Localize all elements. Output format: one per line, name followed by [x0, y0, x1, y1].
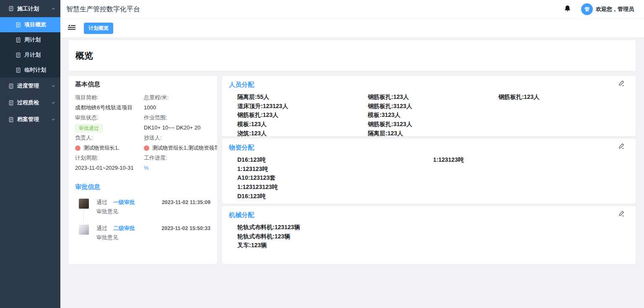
field-value-plan-period: 2023-11-01~2029-10-31	[75, 163, 144, 173]
approval-item: 通过 一级审批 2023-11-02 11:35:09 审批意见	[75, 199, 210, 215]
sidebar-submenu-construction-plan: 项目概览 周计划 月计划 临时计划	[0, 17, 60, 78]
approval-info-title: 审批信息	[75, 183, 210, 191]
sidebar-item-temporary-plan[interactable]: 临时计划	[0, 62, 60, 78]
basic-info-card: 基本信息 项目简称: 总里程/米: 成都地铁6号线轨道项目 1000 审批状态:…	[68, 76, 217, 264]
toolbar: 计划概览	[60, 19, 644, 37]
field-value-total-mileage: 1000	[144, 103, 210, 113]
personnel-allocation-title: 人员分配	[229, 81, 629, 89]
allocation-item: 1:123123吨	[237, 165, 433, 174]
field-value-project-name: 成都地铁6号线轨道项目	[75, 103, 144, 113]
page-title: 概览	[75, 50, 93, 62]
allocation-column-group: 轮轨式布料机:123123辆轮轨式布料机:123辆叉车:123辆	[237, 223, 629, 250]
person-dot-icon	[144, 145, 149, 151]
info-row: 2023-11-01~2029-10-31 %	[75, 163, 210, 173]
field-label-plan-period: 计划周期:	[75, 153, 144, 163]
materials-allocation-card: 物资分配 D16:123吨1:123123吨A10:123123套1:12312…	[222, 139, 636, 204]
approval-item: 通过 二级审批 2023-11-02 15:50:33 审批意见	[75, 225, 210, 241]
info-row: 测试物资组长1, 测试物资组长1,测试物资领导1,	[75, 143, 210, 153]
allocation-item: 叉车:123辆	[237, 241, 629, 250]
machinery-allocation-card: 机械分配 轮轨式布料机:123123辆轮轨式布料机:123辆叉车:123辆	[222, 206, 636, 264]
welcome-text: 欢迎您，管理员	[596, 5, 634, 13]
info-row: 计划周期: 工作进度:	[75, 153, 210, 163]
field-value-cc-person: 测试物资组长1,测试物资领导1,	[144, 143, 217, 153]
person-name: 测试物资组长1,	[83, 143, 119, 153]
allocation-item: 浇筑:123人	[237, 129, 368, 136]
allocation-item: 隔离层:123人	[368, 129, 498, 136]
progress-percent-link[interactable]: %	[144, 165, 149, 171]
machinery-allocation-title: 机械分配	[229, 211, 629, 219]
approval-row: 通过 一级审批 2023-11-02 11:35:09	[96, 199, 210, 206]
approval-status: 通过	[96, 225, 107, 232]
sidebar-item-project-overview[interactable]: 项目概览	[0, 17, 60, 32]
document-icon	[16, 67, 21, 73]
info-row: 审批通过 DK10+ 10~~ DK20+ 20	[75, 123, 210, 133]
sidebar-item-label: 施工计划	[17, 5, 39, 13]
approval-body: 通过 二级审批 2023-11-02 15:50:33 审批意见	[96, 225, 210, 241]
approval-timestamp: 2023-11-02 11:35:09	[162, 199, 210, 205]
approval-status: 通过	[96, 199, 107, 206]
approval-comment: 审批意见	[96, 234, 210, 241]
sidebar-item-label: 月计划	[24, 51, 41, 59]
allocation-item: D16:123吨	[237, 155, 433, 165]
approval-level-link[interactable]: 一级审批	[113, 199, 135, 206]
edit-personnel-button[interactable]	[618, 79, 626, 88]
sidebar-item-week-plan[interactable]: 周计划	[0, 32, 60, 47]
sidebar-item-label: 周计划	[24, 36, 41, 44]
edit-pencil-icon	[618, 210, 625, 218]
approval-level-link[interactable]: 二级审批	[113, 225, 135, 232]
materials-allocation-list: D16:123吨1:123123吨A10:123123套1:123123123吨…	[229, 155, 629, 201]
allocation-column-group: 隔离层:55人道床顶升:123123人钢筋板扎:123人模板:123人浇筑:12…	[237, 93, 368, 136]
notification-bell-button[interactable]	[563, 4, 572, 14]
allocation-item: 钢筋板扎:3123人	[368, 120, 498, 129]
sidebar-item-label: 档案管理	[17, 116, 39, 123]
field-label-work-progress: 工作进度:	[144, 153, 210, 163]
main-area: 智慧生产管控数字化平台 管 欢迎您，管理员 计划概览 概览	[60, 0, 644, 308]
document-icon	[8, 117, 14, 122]
fold-menu-icon	[68, 24, 76, 32]
allocation-column-group: 钢筋板扎:123人钢筋板扎:3123人模板:3123人钢筋板扎:3123人隔离层…	[368, 93, 498, 136]
field-label-responsible: 负责人:	[75, 133, 144, 143]
allocation-item: 钢筋板扎:123人	[237, 111, 368, 120]
approval-comment: 审批意见	[96, 208, 210, 215]
user-avatar[interactable]: 管	[581, 3, 593, 15]
allocation-item: 钢筋板扎:123人	[499, 93, 629, 102]
bell-icon	[564, 5, 571, 13]
field-value-responsible: 测试物资组长1,	[75, 143, 144, 153]
sidebar-item-month-plan[interactable]: 月计划	[0, 47, 60, 62]
edit-pencil-icon	[618, 143, 625, 150]
content: 概览 基本信息 项目简称: 总里程/米: 成都地铁6号线轨道项目 1000 审	[60, 37, 644, 308]
approval-timestamp: 2023-11-02 15:50:33	[161, 225, 210, 231]
approval-row: 通过 二级审批 2023-11-02 15:50:33	[96, 225, 210, 232]
field-label-work-scope: 作业范围:	[144, 113, 210, 123]
sidebar-item-archive-management[interactable]: 档案管理	[0, 111, 60, 128]
tab-plan-overview[interactable]: 计划概览	[84, 23, 113, 34]
app-title: 智慧生产管控数字化平台	[66, 5, 140, 14]
sidebar-item-progress-management[interactable]: 进度管理	[0, 78, 60, 94]
chevron-up-icon	[51, 7, 55, 11]
sidebar-fold-button[interactable]	[67, 23, 77, 33]
sidebar-item-construction-plan[interactable]: 施工计划	[0, 0, 60, 17]
machinery-allocation-list: 轮轨式布料机:123123辆轮轨式布料机:123辆叉车:123辆	[229, 223, 629, 250]
field-value-work-progress: %	[144, 163, 210, 173]
edit-materials-button[interactable]	[618, 142, 626, 151]
approver-avatar-wrap	[79, 225, 89, 241]
field-label-project-name: 项目简称:	[75, 93, 144, 103]
sidebar-item-process-quality[interactable]: 过程质检	[0, 94, 60, 111]
document-icon	[8, 6, 14, 11]
field-value-work-scope: DK10+ 10~~ DK20+ 20	[144, 123, 210, 133]
allocation-item: 隔离层:55人	[237, 93, 368, 102]
allocation-item: D16:123吨	[237, 192, 433, 201]
edit-machinery-button[interactable]	[618, 210, 626, 219]
allocation-column-group: 钢筋板扎:123人	[499, 93, 629, 136]
cards-row: 基本信息 项目简称: 总里程/米: 成都地铁6号线轨道项目 1000 审批状态:…	[68, 76, 636, 264]
person-name: 测试物资组长1,测试物资领导1,	[152, 143, 217, 153]
sidebar-item-label: 项目概览	[24, 21, 46, 28]
field-label-total-mileage: 总里程/米:	[144, 93, 210, 103]
personnel-allocation-card: 人员分配 隔离层:55人道床顶升:123123人钢筋板扎:123人模板:123人…	[222, 76, 636, 136]
basic-info-title: 基本信息	[75, 80, 210, 88]
allocation-item: 钢筋板扎:123人	[368, 93, 498, 102]
header-right: 管 欢迎您，管理员	[563, 3, 634, 15]
sidebar-item-label: 过程质检	[17, 99, 39, 106]
allocation-item: 轮轨式布料机:123123辆	[237, 223, 629, 232]
info-row: 项目简称: 总里程/米:	[75, 93, 210, 103]
